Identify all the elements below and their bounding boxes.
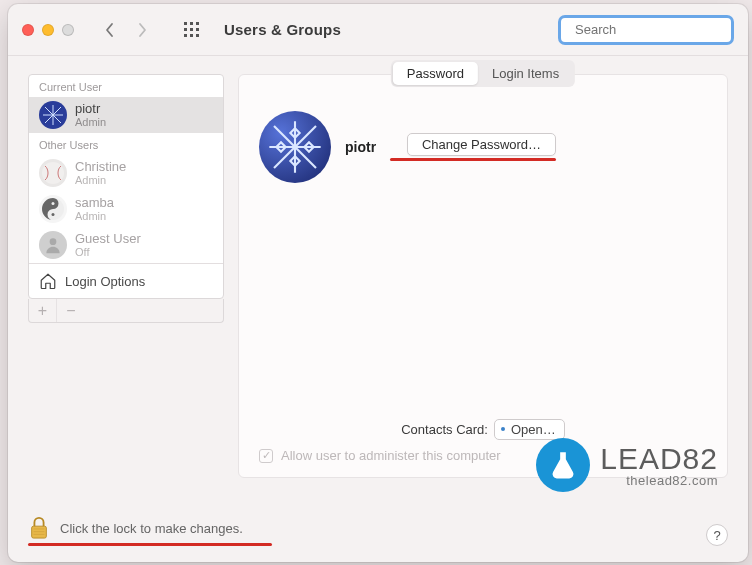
- user-role: Admin: [75, 174, 126, 186]
- svg-rect-4: [190, 28, 193, 31]
- tab-password[interactable]: Password: [393, 62, 478, 85]
- admin-checkbox-label: Allow user to administer this computer: [281, 448, 501, 463]
- svg-rect-6: [184, 34, 187, 37]
- svg-rect-7: [190, 34, 193, 37]
- watermark-title: LEAD82: [600, 444, 718, 474]
- lock-text: Click the lock to make changes.: [60, 521, 243, 536]
- remove-user-button: −: [57, 299, 85, 322]
- svg-point-17: [52, 202, 55, 205]
- sidebar-item-user[interactable]: Christine Admin: [29, 155, 223, 191]
- user-text: piotr Admin: [75, 102, 106, 128]
- change-password-button[interactable]: Change Password…: [407, 133, 556, 156]
- svg-rect-0: [184, 22, 187, 25]
- body: Current User piotr Admin: [8, 56, 748, 486]
- user-role: Admin: [75, 116, 106, 128]
- open-contacts-button[interactable]: Open…: [494, 419, 565, 440]
- forward-button[interactable]: [128, 16, 156, 44]
- search-input[interactable]: [575, 22, 743, 37]
- user-name: Guest User: [75, 232, 141, 246]
- user-role: Off: [75, 246, 141, 258]
- close-window-icon[interactable]: [22, 24, 34, 36]
- show-all-icon[interactable]: [182, 20, 202, 40]
- sidebar-item-user[interactable]: samba Admin: [29, 191, 223, 227]
- footer: Click the lock to make changes. ?: [28, 515, 728, 546]
- prefs-window: Users & Groups Current User: [8, 4, 748, 562]
- user-role: Admin: [75, 210, 114, 222]
- page-title: Users & Groups: [224, 21, 341, 38]
- avatar-icon: [39, 101, 67, 129]
- annotation-underline: [28, 543, 272, 546]
- nav-arrows: [96, 16, 156, 44]
- toolbar: Users & Groups: [8, 4, 748, 56]
- flask-icon: [536, 438, 590, 492]
- svg-rect-5: [196, 28, 199, 31]
- avatar-icon: [39, 231, 67, 259]
- admin-checkbox: ✓: [259, 449, 273, 463]
- svg-rect-1: [190, 22, 193, 25]
- svg-point-18: [52, 213, 55, 216]
- other-users-label: Other Users: [29, 133, 223, 155]
- minimize-window-icon[interactable]: [42, 24, 54, 36]
- add-remove-bar: + −: [28, 299, 224, 323]
- back-button[interactable]: [96, 16, 124, 44]
- svg-rect-3: [184, 28, 187, 31]
- login-options-label: Login Options: [65, 274, 145, 289]
- user-name: Christine: [75, 160, 126, 174]
- tabs: Password Login Items: [391, 60, 575, 87]
- watermark: LEAD82 thelead82.com: [536, 438, 718, 492]
- profile-name: piotr: [345, 139, 376, 155]
- svg-rect-8: [196, 34, 199, 37]
- avatar-icon: [39, 195, 67, 223]
- login-options-button[interactable]: Login Options: [29, 263, 223, 298]
- contacts-card-row: Contacts Card: Open…: [259, 419, 707, 440]
- home-icon: [39, 272, 57, 290]
- tab-login-items[interactable]: Login Items: [478, 62, 573, 85]
- main-panel: Password Login Items piotr Change Passw: [238, 74, 728, 478]
- svg-point-19: [50, 238, 57, 245]
- zoom-window-icon: [62, 24, 74, 36]
- sidebar-item-current-user[interactable]: piotr Admin: [29, 97, 223, 133]
- users-sidebar: Current User piotr Admin: [28, 74, 224, 299]
- svg-rect-24: [32, 526, 47, 538]
- add-user-button: +: [29, 299, 57, 322]
- window-controls: [22, 24, 74, 36]
- sidebar-item-user[interactable]: Guest User Off: [29, 227, 223, 263]
- user-name: samba: [75, 196, 114, 210]
- user-name: piotr: [75, 102, 106, 116]
- sidebar-column: Current User piotr Admin: [28, 74, 224, 478]
- profile-row: piotr Change Password…: [259, 75, 707, 183]
- avatar-icon: [39, 159, 67, 187]
- profile-avatar[interactable]: [259, 111, 331, 183]
- svg-rect-2: [196, 22, 199, 25]
- contacts-card-label: Contacts Card:: [401, 422, 488, 437]
- lock-icon[interactable]: [28, 515, 50, 541]
- search-field[interactable]: [558, 15, 734, 45]
- current-user-label: Current User: [29, 75, 223, 97]
- svg-point-15: [42, 162, 64, 184]
- help-button[interactable]: ?: [706, 524, 728, 546]
- watermark-subtitle: thelead82.com: [600, 474, 718, 487]
- annotation-underline: [390, 158, 556, 161]
